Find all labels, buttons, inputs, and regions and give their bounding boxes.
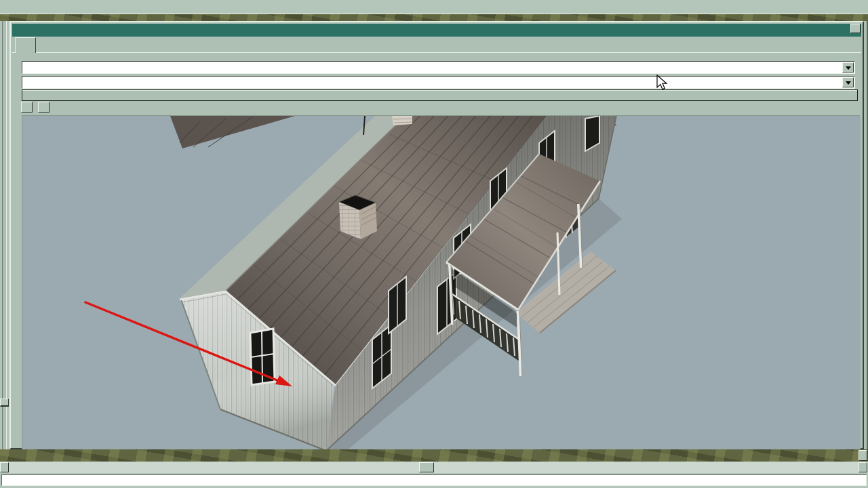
category-dropdown-button[interactable] (842, 62, 854, 73)
tab-type[interactable] (15, 37, 36, 53)
building-3d-render (22, 116, 861, 451)
tab-panel-divider (12, 52, 861, 53)
chimney (339, 195, 377, 239)
map-bottom-ruler (0, 449, 868, 462)
scroll-right-button[interactable] (859, 462, 867, 472)
object-dropdown[interactable] (22, 76, 855, 89)
pager-prev-button[interactable] (21, 102, 33, 113)
chevron-down-icon (846, 81, 851, 85)
map-zoom-slider[interactable] (0, 21, 9, 449)
hide-button[interactable] (22, 89, 858, 101)
scroll-left-button[interactable] (0, 462, 9, 472)
map-top-ruler (0, 14, 868, 21)
dialog-titlebar[interactable] (12, 24, 861, 37)
map-horizontal-scrollbar[interactable] (0, 462, 868, 473)
scrollbar-thumb[interactable] (419, 462, 434, 472)
status-bar (0, 473, 868, 488)
slider-thumb[interactable] (0, 399, 9, 407)
object-dropdown-button[interactable] (842, 77, 854, 87)
object-3d-preview[interactable] (22, 115, 860, 450)
slider-track[interactable] (2, 21, 7, 449)
object-dialog (9, 21, 864, 449)
mission-file-path (1, 474, 867, 486)
category-dropdown[interactable] (22, 61, 855, 74)
app-window (0, 0, 868, 488)
close-icon[interactable] (850, 24, 861, 33)
chevron-down-icon (846, 66, 851, 70)
map-scroll-down-button[interactable] (859, 450, 867, 461)
menu-bar (0, 0, 868, 14)
pager-next-button[interactable] (38, 102, 50, 113)
